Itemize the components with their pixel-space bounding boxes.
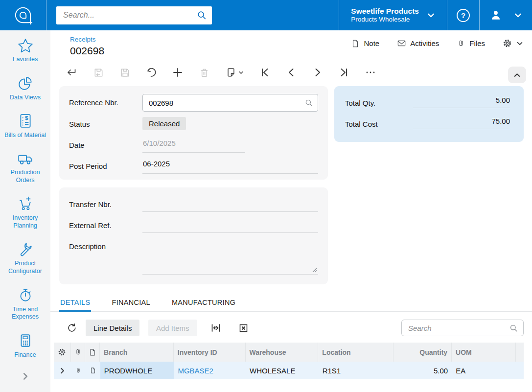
- breadcrumb[interactable]: Receipts: [70, 36, 96, 43]
- lookup-icon[interactable]: [304, 98, 313, 107]
- sidebar-item-data-views[interactable]: Data Views: [2, 75, 49, 102]
- company-selector[interactable]: Sweetlife Products Products Wholesale: [339, 0, 447, 30]
- truck-icon: [17, 151, 34, 166]
- global-search-input[interactable]: [63, 11, 196, 20]
- chevron-up-icon: [513, 71, 521, 79]
- transfer-nbr-value[interactable]: [142, 201, 318, 212]
- main-content: Receipts 002698 Note Activities Files: [50, 30, 532, 392]
- cell-uom[interactable]: EA: [452, 362, 516, 379]
- line-details-button[interactable]: Line Details: [86, 320, 139, 336]
- more-actions-button[interactable]: [364, 66, 377, 79]
- pie-chart-icon: [18, 75, 33, 91]
- total-qty-label: Total Qty.: [345, 99, 375, 107]
- column-header-uom[interactable]: UOM: [452, 343, 516, 362]
- sidebar-item-production-orders[interactable]: Production Orders: [2, 151, 49, 184]
- cell-location[interactable]: R1S1: [319, 362, 394, 379]
- note-icon: [90, 367, 96, 374]
- document-summary-panel: Reference Nbr. Status Released Date 6/10…: [59, 86, 328, 180]
- refresh-button[interactable]: [65, 321, 79, 335]
- column-notes[interactable]: [85, 343, 100, 362]
- search-icon[interactable]: [509, 323, 518, 333]
- grid-settings-button[interactable]: [54, 343, 71, 362]
- row-note-button[interactable]: [86, 362, 100, 379]
- chevron-down-icon: [427, 11, 435, 20]
- collapse-form-button[interactable]: [508, 67, 526, 83]
- cell-branch[interactable]: PRODWHOLE: [100, 362, 174, 379]
- resize-handle-icon[interactable]: [312, 268, 317, 273]
- first-record-button[interactable]: [258, 66, 272, 79]
- tab-bar: DETAILS FINANCIAL MANUFACTURING: [50, 297, 532, 312]
- previous-record-button[interactable]: [284, 66, 298, 79]
- column-header-warehouse[interactable]: Warehouse: [246, 343, 319, 362]
- status-label: Status: [69, 120, 90, 128]
- gear-icon: [503, 39, 512, 48]
- clipboard-menu-button[interactable]: [224, 66, 245, 79]
- chevron-down-icon: [514, 11, 522, 20]
- back-button[interactable]: [65, 66, 79, 79]
- description-label: Description: [69, 242, 106, 251]
- page-title: 002698: [70, 45, 104, 57]
- calculator-icon: [18, 333, 33, 348]
- reference-nbr-field: [142, 94, 318, 112]
- note-icon: [351, 39, 360, 48]
- user-menu[interactable]: [479, 0, 532, 30]
- chevron-down-icon: [516, 40, 523, 47]
- reference-info-panel: Transfer Nbr. External Ref. Description: [59, 187, 328, 284]
- help-icon: ?: [457, 9, 470, 22]
- gear-icon: [58, 348, 66, 356]
- column-header-location[interactable]: Location: [318, 343, 393, 362]
- envelope-icon: [397, 39, 406, 48]
- paperclip-icon: [457, 39, 465, 48]
- sidebar-expand-button[interactable]: [21, 372, 30, 381]
- sidebar-item-favorites[interactable]: Favorites: [2, 38, 49, 64]
- last-record-button[interactable]: [337, 66, 351, 79]
- sidebar-item-inventory-planning[interactable]: Inventory Planning: [2, 196, 49, 230]
- files-button[interactable]: Files: [457, 39, 485, 48]
- form-settings-button[interactable]: [503, 39, 523, 48]
- cell-quantity[interactable]: 5.00: [393, 362, 452, 379]
- note-button[interactable]: Note: [351, 39, 379, 48]
- grid-toolbar: Line Details Add Items: [50, 317, 532, 339]
- column-header-branch[interactable]: Branch: [100, 343, 174, 362]
- paperclip-icon: [75, 367, 82, 375]
- row-attachment-button[interactable]: [71, 362, 86, 379]
- grid-search-input[interactable]: [408, 324, 509, 332]
- row-expand-button[interactable]: [54, 362, 71, 379]
- search-icon[interactable]: [196, 10, 207, 21]
- column-header-quantity[interactable]: Quantity: [393, 343, 452, 362]
- sidebar-item-product-configurator[interactable]: Product Configurator: [2, 241, 49, 275]
- stopwatch-icon: [18, 287, 33, 303]
- sidebar-item-finance[interactable]: Finance: [2, 333, 49, 359]
- add-new-button[interactable]: [171, 66, 185, 79]
- fit-columns-button[interactable]: [209, 321, 223, 335]
- column-attachments[interactable]: [71, 343, 86, 362]
- column-header-inventory-id[interactable]: Inventory ID: [174, 343, 246, 362]
- delete-button: [197, 66, 211, 79]
- external-ref-value[interactable]: [142, 222, 318, 233]
- company-branch: Products Wholesale: [351, 16, 419, 24]
- acumatica-logo-icon: [14, 6, 32, 24]
- cancel-undo-button[interactable]: [144, 66, 158, 79]
- help-button[interactable]: ?: [447, 0, 479, 30]
- grid-search: [401, 320, 524, 336]
- export-to-excel-button[interactable]: [236, 321, 250, 335]
- sidebar-item-time-and-expenses[interactable]: Time and Expenses: [2, 287, 49, 321]
- tab-financial[interactable]: FINANCIAL: [111, 297, 151, 312]
- post-period-value[interactable]: 06-2025: [142, 160, 318, 174]
- reference-nbr-input[interactable]: [142, 94, 318, 112]
- cell-warehouse[interactable]: WHOLESALE: [246, 362, 319, 379]
- grid-header-row: Branch Inventory ID Warehouse Location Q…: [54, 343, 524, 362]
- tab-details[interactable]: DETAILS: [59, 297, 91, 312]
- activities-button[interactable]: Activities: [397, 39, 439, 48]
- svg-text:$: $: [24, 115, 28, 121]
- cell-inventory-id-link[interactable]: MGBASE2: [174, 362, 246, 379]
- description-field[interactable]: [142, 243, 318, 275]
- details-grid: Branch Inventory ID Warehouse Location Q…: [54, 343, 524, 379]
- sidebar-item-bills-of-material[interactable]: $ Bills of Material: [2, 113, 49, 139]
- user-icon: [489, 9, 502, 22]
- tab-manufacturing[interactable]: MANUFACTURING: [171, 297, 236, 312]
- record-toolbar: [65, 62, 377, 83]
- chevron-right-icon: [59, 367, 66, 374]
- next-record-button[interactable]: [311, 66, 324, 79]
- app-logo[interactable]: [0, 0, 46, 30]
